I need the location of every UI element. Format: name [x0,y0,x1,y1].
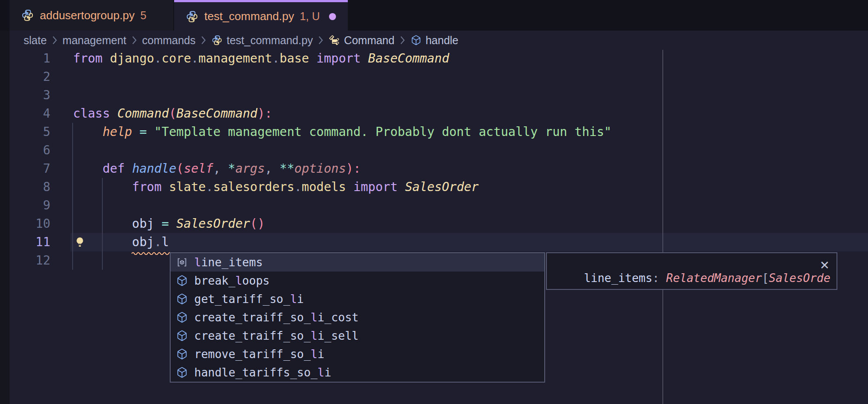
token: . [272,51,280,66]
suggestion-create_traiff_so_li_sell[interactable]: create_traiff_so_li_sell [171,327,544,345]
token [346,180,354,194]
token [102,51,110,66]
line-number: 4 [10,104,50,123]
breadcrumb-item-Command[interactable]: Command [329,34,394,47]
token: BaseCommand [368,51,449,66]
tab-test_command.py[interactable]: test_command.py1, U [174,0,348,31]
suggestion-create_traiff_so_li_cost[interactable]: create_traiff_so_li_cost [171,308,544,327]
token: self [184,161,213,176]
field-icon-wrap [175,256,189,268]
token: obj [132,235,154,249]
column-ruler [662,50,663,404]
suggestion-break_loops[interactable]: break_loops [171,272,544,290]
token: salesorders [213,180,294,194]
suggestion-line_items[interactable]: line_items [171,253,544,272]
breadcrumb: slate management commands test_command.p… [10,31,868,50]
token [73,216,132,231]
token: : [354,161,361,176]
line-number: 2 [10,68,50,86]
token [73,161,102,176]
line-number: 7 [10,160,50,178]
suggestion-handle_tariffs_so_li[interactable]: handle_tariffs_so_li [171,363,544,382]
breadcrumb-separator [201,35,206,45]
tab-label: test_command.py [204,10,294,23]
token: . [294,180,302,194]
token: * [228,161,235,176]
python-icon [21,9,34,22]
suggestion-label: break_loops [194,274,270,287]
token [147,125,154,139]
line-number: 10 [10,215,50,233]
type-hint-token: line_items [584,272,653,285]
line-number: 11 [10,233,50,251]
code-line-7[interactable]: def handle(self, *args, **options): [73,160,361,178]
suggestion-label: create_traiff_so_li_cost [194,311,359,324]
suggestion-label: remove_tariff_so_li [194,348,324,361]
token [73,180,132,194]
chevron-right-icon [400,35,405,45]
type-hint-tooltip: line_items: RelatedManager[SalesOrde ✕ [546,252,837,290]
breadcrumb-item-handle[interactable]: handle [410,34,458,47]
token: "Template management command. Probably d… [154,125,611,139]
token: l [161,235,169,249]
breadcrumb-label: Command [344,34,394,47]
code-line-1[interactable]: from django.core.management.base import … [73,49,449,68]
chevron-right-icon [201,35,206,45]
token: def [102,161,125,176]
autocomplete-popup: line_items break_loops get_tariff_so_li … [170,252,545,383]
token: SalesOrder [405,180,479,194]
type-hint-token: RelatedManager [666,272,762,285]
code-line-5[interactable]: help = "Template management command. Pro… [73,123,612,141]
breadcrumb-separator [132,35,137,45]
method-icon [176,348,188,360]
tab-addusertogroup.py[interactable]: addusertogroup.py5 [10,0,173,31]
code-line-4[interactable]: class Command(BaseCommand): [73,104,272,123]
suggestion-label: create_traiff_so_li_sell [194,329,359,342]
modified-dot-icon[interactable] [329,13,336,20]
token: base [280,51,309,66]
token: : [265,106,272,121]
token: = [161,216,169,231]
token: core [161,51,191,66]
type-hint-token [659,272,666,285]
method-icon [176,275,188,287]
token: ) [346,161,354,176]
method-icon [176,311,188,324]
token [361,51,368,66]
tab-bar: addusertogroup.py5 test_command.py1, U [0,0,868,31]
token: class [73,106,110,121]
token [73,125,102,139]
token: options [294,161,346,176]
tab-badge: 1, U [300,10,320,23]
line-number: 1 [10,49,50,68]
squiggle-glyph [131,251,172,255]
token [110,106,117,121]
token: BaseCommand [176,106,257,121]
line-number: 12 [10,251,50,270]
suggestion-label: get_tariff_so_li [194,293,304,306]
breadcrumb-item-test_command.py[interactable]: test_command.py [211,34,313,47]
suggestion-get_tariff_so_li[interactable]: get_tariff_so_li [171,290,544,308]
breadcrumb-item-management[interactable]: management [63,34,126,47]
breadcrumb-item-commands[interactable]: commands [142,34,196,47]
editor-left-margin [0,31,10,404]
line-number: 8 [10,178,50,196]
code-line-10[interactable]: obj = SalesOrder() [73,215,265,233]
code-line-8[interactable]: from slate.salesorders.models import Sal… [73,178,479,196]
token [220,161,228,176]
breadcrumb-separator [400,35,405,45]
token: SalesOrder [176,216,250,231]
breadcrumb-label: test_command.py [227,34,313,47]
close-icon[interactable]: ✕ [819,258,830,272]
python-icon [186,10,199,23]
token: args [235,161,265,176]
type-hint-token: [ [762,272,769,285]
suggestion-remove_tariff_so_li[interactable]: remove_tariff_so_li [171,345,544,363]
line-number: 9 [10,196,50,215]
breadcrumb-label: slate [24,34,47,47]
breadcrumb-label: handle [426,34,458,47]
token [272,161,280,176]
breadcrumb-item-slate[interactable]: slate [24,34,47,47]
token: ** [280,161,294,176]
class-icon [329,35,340,46]
